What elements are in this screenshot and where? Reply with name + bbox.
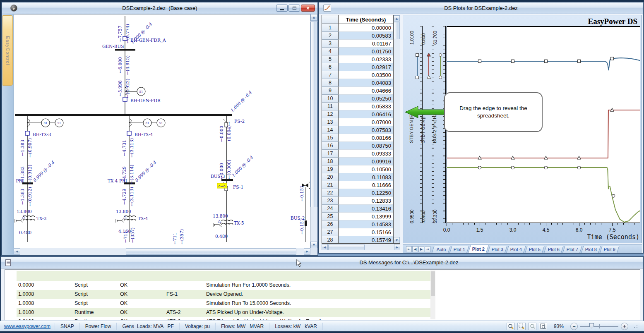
spreadsheet-row[interactable]: 260.14583 <box>322 220 393 228</box>
spreadsheet-row[interactable]: 20.00583 <box>322 32 393 40</box>
time-cell[interactable]: 0.13416 <box>339 205 393 213</box>
time-cell[interactable]: 0.13999 <box>339 213 393 220</box>
zoom-sheet-button[interactable] <box>539 323 547 330</box>
status-item[interactable]: Voltage: pu <box>180 323 216 330</box>
row-number-cell[interactable]: 25 <box>322 213 339 220</box>
scroll-right-button[interactable]: ▶ <box>394 244 400 250</box>
minimize-button[interactable] <box>276 5 288 12</box>
time-cell[interactable]: 0.04083 <box>339 79 393 87</box>
row-number-cell[interactable]: 17 <box>322 150 339 158</box>
spreadsheet-row[interactable]: 70.03500 <box>322 71 393 79</box>
row-number-cell[interactable]: 12 <box>322 110 339 118</box>
tab-plot-3[interactable]: Plot 3 <box>488 246 507 253</box>
tab-plot-9[interactable]: Plot 9 <box>600 246 620 253</box>
time-cell[interactable]: 0.11666 <box>339 181 393 189</box>
message-row[interactable]: 2.0102RuntimeOKATS-2ATS Tripped On Under… <box>17 317 430 320</box>
time-cell[interactable]: 0.10500 <box>339 165 393 173</box>
message-row[interactable]: 1.0100RuntimeOKATS-2ATS Picked Up on Und… <box>17 308 430 317</box>
hscroll-thumb[interactable] <box>328 244 365 250</box>
time-cell[interactable]: 0.02917 <box>339 63 393 71</box>
spreadsheet-row[interactable]: 40.01750 <box>322 48 393 55</box>
spreadsheet-row[interactable]: 240.13416 <box>322 205 393 213</box>
time-cell[interactable]: 0.08750 <box>339 142 393 150</box>
status-item[interactable]: Flows: MW _MVAR <box>216 323 269 330</box>
tab-plot-5[interactable]: Plot 5 <box>525 246 545 253</box>
vscroll-thumb[interactable] <box>310 22 317 207</box>
spreadsheet-vscrollbar[interactable]: ▲ ▼ <box>393 15 400 243</box>
close-button[interactable]: × <box>301 5 315 12</box>
row-number-cell[interactable]: 16 <box>322 142 339 150</box>
time-cell[interactable]: 0.09916 <box>339 158 393 165</box>
row-number-cell[interactable]: 9 <box>322 87 339 95</box>
time-cell[interactable]: 0.08166 <box>339 134 393 142</box>
row-number-cell[interactable]: 20 <box>322 173 339 181</box>
diagram-window-titlebar[interactable]: e DSExample-2.dez (Base case) × <box>2 2 317 14</box>
spreadsheet-row[interactable]: 100.05250 <box>322 95 393 103</box>
row-number-cell[interactable]: 5 <box>322 55 339 63</box>
time-cell[interactable]: 0.01167 <box>339 40 393 48</box>
spreadsheet-row[interactable]: 130.07000 <box>322 118 393 126</box>
spreadsheet-row[interactable]: 270.15166 <box>322 228 393 236</box>
row-number-cell[interactable]: 23 <box>322 197 339 205</box>
time-cell[interactable]: 0.12250 <box>339 189 393 197</box>
row-number-cell[interactable]: 11 <box>322 103 339 110</box>
vscroll-thumb[interactable] <box>394 22 400 39</box>
row-number-cell[interactable]: 14 <box>322 126 339 134</box>
row-number-cell[interactable]: 21 <box>322 181 339 189</box>
hscroll-thumb[interactable] <box>126 248 296 255</box>
spreadsheet-row[interactable]: 160.08750 <box>322 142 393 150</box>
time-cell[interactable]: 0.15749 <box>339 236 393 243</box>
spreadsheet-hscrollbar[interactable]: ◀ ▶ <box>322 244 400 250</box>
maximize-button[interactable] <box>288 5 300 12</box>
spreadsheet-row[interactable]: 50.02333 <box>322 55 393 63</box>
row-number-cell[interactable]: 8 <box>322 79 339 87</box>
tab-plot-8[interactable]: Plot 8 <box>581 246 601 253</box>
spreadsheet-row[interactable]: 220.12250 <box>322 189 393 197</box>
time-cell[interactable]: 0.09333 <box>339 150 393 158</box>
zoom-previous-button[interactable] <box>528 323 536 330</box>
spreadsheet-row[interactable]: 170.09333 <box>322 150 393 158</box>
spreadsheet-row[interactable]: 280.15749 <box>322 236 393 243</box>
spreadsheet-row[interactable]: 90.04666 <box>322 87 393 95</box>
message-row[interactable]: 0.0000ScriptOKSimulation Run For 1.0000 … <box>17 281 430 290</box>
tab-plot-4[interactable]: Plot 4 <box>506 246 526 253</box>
time-cell[interactable]: 0.01750 <box>339 48 393 55</box>
time-cell[interactable]: 0.04666 <box>339 87 393 95</box>
row-number-cell[interactable]: 7 <box>322 71 339 79</box>
zoom-slider[interactable] <box>580 323 618 330</box>
zoom-out-button[interactable]: − <box>570 323 578 330</box>
tab-plot-7[interactable]: Plot 7 <box>562 246 582 253</box>
spreadsheet-row[interactable]: 10.00000 <box>322 24 393 32</box>
messages-vscrollbar[interactable] <box>430 271 435 319</box>
row-number-cell[interactable]: 28 <box>322 236 339 243</box>
spreadsheet-row[interactable]: 200.11083 <box>322 173 393 181</box>
spreadsheet-row[interactable]: 60.02917 <box>322 63 393 71</box>
next-plot-button[interactable]: ▶ <box>418 246 424 252</box>
scroll-left-button[interactable]: ◀ <box>14 248 20 255</box>
status-item[interactable]: Gens Loads: MVA _PF <box>117 323 180 330</box>
row-number-cell[interactable]: 22 <box>322 189 339 197</box>
corner-cell[interactable] <box>322 15 339 24</box>
row-number-cell[interactable]: 27 <box>322 228 339 236</box>
spreadsheet-row[interactable]: 110.05833 <box>322 103 393 110</box>
time-cell[interactable]: 0.12833 <box>339 197 393 205</box>
diagram-vscrollbar[interactable]: ▲ ▼ <box>310 14 317 248</box>
scroll-down-button[interactable]: ▼ <box>394 237 400 243</box>
row-number-cell[interactable]: 1 <box>322 24 339 32</box>
row-number-cell[interactable]: 26 <box>322 220 339 228</box>
messages-window-titlebar[interactable]: DS Messages for C:\...\DSExample-2.dez <box>1 257 643 268</box>
spreadsheet-row[interactable]: 190.10500 <box>322 165 393 173</box>
time-cell[interactable]: 0.00000 <box>339 24 393 32</box>
spreadsheet-row[interactable]: 250.13999 <box>322 213 393 220</box>
spreadsheet-row[interactable]: 180.09916 <box>322 158 393 165</box>
easypower-link[interactable]: www.easypower.com <box>0 323 55 330</box>
resize-grip[interactable] <box>633 324 638 329</box>
first-plot-button[interactable]: ⇤ <box>406 246 412 252</box>
time-cell[interactable]: 0.05250 <box>339 95 393 103</box>
spreadsheet-row[interactable]: 140.07583 <box>322 126 393 134</box>
time-cell[interactable]: 0.07583 <box>339 126 393 134</box>
scroll-up-button[interactable]: ▲ <box>310 14 317 21</box>
spreadsheet-row[interactable]: 210.11666 <box>322 181 393 189</box>
previous-plot-button[interactable]: ◀ <box>412 246 418 252</box>
time-cell[interactable]: 0.00583 <box>339 32 393 40</box>
